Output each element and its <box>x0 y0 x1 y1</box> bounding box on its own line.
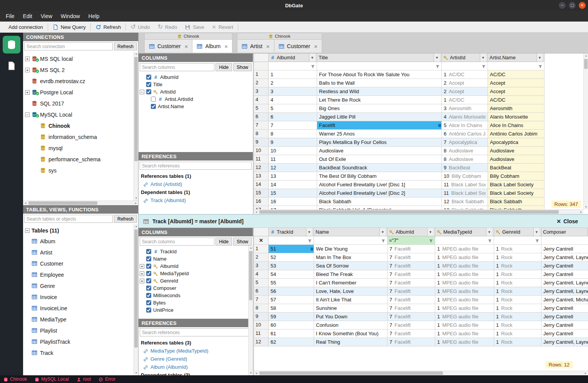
table-item-mediatype[interactable]: MediaType <box>23 314 138 325</box>
filter-icon[interactable] <box>307 237 312 243</box>
album-references-search-input[interactable] <box>140 162 252 170</box>
filter-icon[interactable] <box>481 63 486 69</box>
album-grid-hscrollbar[interactable]: ◄► <box>254 209 583 214</box>
objects-search-input[interactable] <box>24 215 113 223</box>
album-cell-title[interactable]: BackBeat Soundtrack <box>317 164 442 172</box>
album-cell-artist-name[interactable]: Black Label Society <box>488 189 545 197</box>
track-cell-name[interactable]: Sea Of Sorrow <box>314 262 388 270</box>
album-cell-albumid[interactable]: 5 <box>269 104 317 113</box>
album-column-artistid[interactable]: −ArtistId <box>139 88 253 95</box>
row-number[interactable]: 5 <box>254 279 269 287</box>
menu-help[interactable]: Help <box>84 11 104 22</box>
track-header-trackid[interactable]: #TrackId▼ <box>269 228 314 236</box>
track-cell-albumid[interactable]: 7Facelift <box>388 304 435 313</box>
row-number[interactable]: 1 <box>254 70 269 79</box>
expand-icon[interactable]: + <box>140 271 144 276</box>
album-column-artist-artistid[interactable]: #Artist.ArtistId <box>139 95 253 103</box>
toolbar-save-button[interactable]: Save <box>181 22 208 32</box>
artist-name-checkbox[interactable] <box>151 104 156 109</box>
track-cell-trackid[interactable]: 59 <box>269 313 314 321</box>
row-number[interactable]: 10 <box>254 147 269 155</box>
track-cell-trackid[interactable]: 55 <box>269 279 314 287</box>
track-cell-composer[interactable]: Jerry Cantrell, Layne Staley <box>541 279 588 287</box>
filter-icon[interactable] <box>429 237 433 243</box>
album-cell-artist-name[interactable]: AC/DC <box>488 96 545 104</box>
album-columns-search-input[interactable] <box>140 63 214 71</box>
track-cell-trackid[interactable]: 57 <box>269 296 314 304</box>
track-column-composer[interactable]: Composer <box>139 284 253 292</box>
track-cell-mediatypeid[interactable]: 1MPEG audio file <box>435 321 494 329</box>
track-cell-albumid[interactable]: 7Facelift <box>388 287 435 296</box>
album-cell-artist-name[interactable]: Apocalyptica <box>488 138 545 147</box>
album-filter-artistid[interactable] <box>442 62 488 70</box>
toolbar-new-query-button[interactable]: New Query <box>49 22 90 32</box>
album-cell-albumid[interactable]: 11 <box>269 155 317 164</box>
row-number[interactable]: 4 <box>254 96 269 104</box>
album-cell-title[interactable]: Facelift <box>317 121 442 130</box>
album-cell-title[interactable]: Alcohol Fueled Brewtality Live! [Disc 1] <box>317 181 442 189</box>
track-cell-trackid[interactable]: 60 <box>269 321 314 329</box>
column-menu-icon[interactable]: ▼ <box>309 54 315 62</box>
track-cell-name[interactable]: Put You Down <box>314 313 388 321</box>
album-cell-artistid[interactable]: 6Antônio Carlos Jobim <box>442 130 488 138</box>
row-number[interactable]: 7 <box>254 121 269 130</box>
track-cell-trackid[interactable]: 51 <box>269 245 314 253</box>
album-reference-track-albumid[interactable]: Track (AlbumId) <box>139 196 253 204</box>
column-menu-icon[interactable]: ▼ <box>533 228 540 236</box>
album-cell-artist-name[interactable]: AC/DC <box>488 70 545 79</box>
track-cell-mediatypeid[interactable]: 1MPEG audio file <box>435 270 494 279</box>
artistid-checkbox[interactable] <box>146 89 151 94</box>
album-cell-artist-name[interactable]: Black Sabbath <box>488 197 545 206</box>
close-reference-button[interactable]: ✕ Close <box>556 218 578 224</box>
row-number[interactable]: 5 <box>254 104 269 113</box>
album-cell-albumid[interactable]: 13 <box>269 172 317 181</box>
composer-checkbox[interactable] <box>146 286 151 291</box>
album-cell-artist-name[interactable]: Black Label Society <box>488 181 545 189</box>
track-cell-name[interactable]: It Ain't Like That <box>314 296 388 304</box>
album-cell-title[interactable]: Audioslave <box>317 147 442 155</box>
album-cell-artist-name[interactable]: Alice In Chains <box>488 121 545 130</box>
row-number[interactable]: 3 <box>254 87 269 96</box>
album-cell-artistid[interactable]: 8Audioslave <box>442 155 488 164</box>
track-cell-trackid[interactable]: 54 <box>269 270 314 279</box>
track-cell-albumid[interactable]: 7Facelift <box>388 313 435 321</box>
statusbar-error[interactable]: Error <box>99 376 115 382</box>
table-item-invoice[interactable]: Invoice <box>23 291 138 303</box>
album-filter-artist-name[interactable] <box>488 62 545 70</box>
collapse-icon[interactable]: − <box>25 112 30 117</box>
track-cell-mediatypeid[interactable]: 1MPEG audio file <box>435 329 494 338</box>
album-cell-artist-name[interactable]: Accept <box>488 87 545 96</box>
toolbar-refresh-button[interactable]: Refresh <box>92 22 125 32</box>
track-cell-composer[interactable]: Jerry Cantrell <box>541 329 588 338</box>
menu-window[interactable]: Window <box>57 11 84 22</box>
track-cell-mediatypeid[interactable]: 1MPEG audio file <box>435 262 494 270</box>
track-cell-genreid[interactable]: 1Rock <box>494 321 541 329</box>
track-filter-mediatypeid[interactable] <box>435 236 494 245</box>
track-cell-genreid[interactable]: 1Rock <box>494 296 541 304</box>
album-hide-button[interactable]: Hide <box>215 63 232 71</box>
clear-filters-icon[interactable]: ✕ <box>259 237 263 243</box>
track-header-mediatypeid[interactable]: MediaTypeId▼ <box>435 228 494 236</box>
statusbar-root[interactable]: root <box>77 376 91 382</box>
album-filter-albumid[interactable] <box>269 62 317 70</box>
track-cell-name[interactable]: We Die Young <box>314 245 388 253</box>
row-number[interactable]: 2 <box>254 253 269 262</box>
filter-icon[interactable] <box>488 237 492 243</box>
track-cell-genreid[interactable]: 1Rock <box>494 304 541 313</box>
database-mysql[interactable]: mysql <box>23 142 138 154</box>
album-header-artist-name[interactable]: Artist.Name▼ <box>488 54 545 62</box>
track-reference-mediatype-mediatypeid[interactable]: MediaType (MediaTypeId) <box>139 347 253 355</box>
row-number[interactable]: 8 <box>254 130 269 138</box>
database-chinook[interactable]: Chinook <box>23 120 138 131</box>
album-header-title[interactable]: Title▼ <box>317 54 442 62</box>
connection-mysql-local[interactable]: −MySQL Local <box>23 109 138 120</box>
menu-file[interactable]: File <box>2 11 19 22</box>
albumid-checkbox[interactable] <box>146 75 151 80</box>
track-cell-genreid[interactable]: 1Rock <box>494 253 541 262</box>
track-filter-trackid[interactable] <box>269 236 314 245</box>
table-item-genre[interactable]: Genre <box>23 280 138 291</box>
toolbar-redo-button[interactable]: ↻Redo <box>154 22 181 32</box>
track-cell-mediatypeid[interactable]: 1MPEG audio file <box>435 253 494 262</box>
mediatypeid-checkbox[interactable] <box>146 271 151 276</box>
album-cell-artist-name[interactable]: Billy Cobham <box>488 172 545 181</box>
